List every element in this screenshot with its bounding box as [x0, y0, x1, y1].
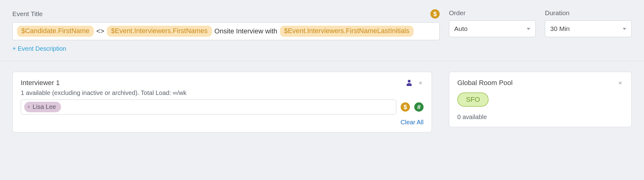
token-interviewer-firstlastinitials[interactable]: $Event.Interviewers.FirstNameLastInitial… — [280, 26, 414, 37]
section-divider — [0, 61, 644, 61]
duration-select-value: 30 Min — [550, 25, 570, 32]
event-title-label: Event Title — [12, 10, 43, 18]
hash-icon[interactable]: # — [414, 102, 424, 112]
person-icon[interactable] — [406, 80, 412, 86]
order-label: Order — [449, 9, 536, 17]
interviewer-pill-label: Lisa Lee — [33, 103, 56, 110]
interviewer-card: Interviewer 1 × 1 available (excluding i… — [12, 72, 432, 132]
room-pool-title: Global Room Pool — [457, 79, 513, 87]
interviewer-availability-text: 1 available (excluding inactive or archi… — [21, 89, 424, 96]
room-pool-card: Global Room Pool × SFO 0 available — [449, 72, 632, 127]
event-title-input[interactable]: $Candidate.FirstName <> $Event.Interview… — [12, 22, 440, 40]
event-title-text-fragment: <> — [96, 27, 104, 35]
dollar-icon[interactable]: $ — [401, 102, 410, 112]
interviewer-tag-input[interactable]: × Lisa Lee — [21, 100, 396, 114]
dollar-icon[interactable]: $ — [430, 9, 440, 19]
duration-label: Duration — [545, 9, 632, 17]
remove-pill-icon[interactable]: × — [27, 104, 30, 110]
close-icon[interactable]: × — [417, 80, 424, 86]
event-title-text-fragment: Onsite Interview with — [215, 27, 277, 35]
close-icon[interactable]: × — [617, 80, 623, 86]
order-select-value: Auto — [454, 25, 468, 32]
room-tag[interactable]: SFO — [457, 92, 489, 107]
order-select[interactable]: Auto — [449, 20, 536, 37]
interviewer-pill[interactable]: × Lisa Lee — [24, 102, 61, 112]
interviewer-card-title: Interviewer 1 — [21, 79, 60, 87]
clear-all-link[interactable]: Clear All — [401, 119, 424, 126]
duration-select[interactable]: 30 Min — [545, 20, 632, 37]
token-candidate-firstname[interactable]: $Candidate.FirstName — [17, 26, 94, 37]
chevron-down-icon — [527, 28, 530, 30]
chevron-down-icon — [623, 28, 626, 30]
add-event-description-link[interactable]: + Event Description — [12, 45, 66, 52]
token-interviewer-firstnames[interactable]: $Event.Interviewers.FirstNames — [107, 26, 212, 37]
room-availability-text: 0 available — [457, 114, 623, 121]
